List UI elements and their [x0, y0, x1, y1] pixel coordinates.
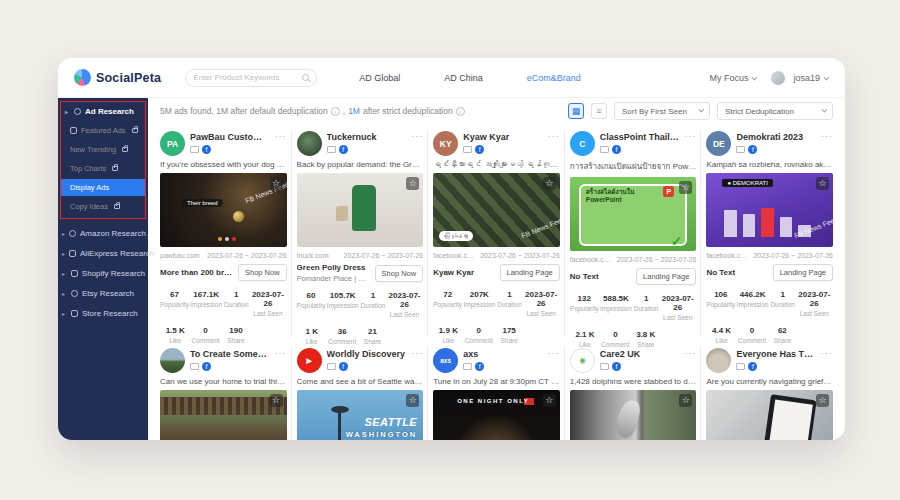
avatar[interactable]: PA	[160, 131, 185, 156]
ad-image[interactable]: ☆ Their breed FB News Feed	[160, 173, 287, 247]
avatar[interactable]: KY	[433, 131, 458, 156]
more-options-button[interactable]: ···	[275, 131, 287, 141]
more-options-button[interactable]: ···	[684, 131, 696, 141]
domain[interactable]: tnuck.com	[297, 252, 329, 259]
product-title: More than 200 breeds available	[160, 268, 234, 277]
like-value: 1 K	[297, 327, 327, 336]
avatar[interactable]: C	[570, 131, 595, 156]
ad-image[interactable]: ☆	[160, 390, 287, 440]
nav-ecom-brand[interactable]: eCom&Brand	[527, 73, 581, 83]
image-subcaption: WASHINGTON	[346, 430, 418, 439]
ad-image[interactable]: ☆ SEATTLE WASHINGTON	[297, 390, 424, 440]
advertiser-name[interactable]: Demokrati 2023	[736, 131, 816, 142]
advertiser-name[interactable]: axs	[463, 348, 543, 359]
more-options-button[interactable]: ···	[411, 131, 423, 141]
sidebar-item-aliexpress-research[interactable]: ▸ AliExpress Research	[58, 243, 148, 263]
more-options-button[interactable]: ···	[548, 348, 560, 358]
caret-icon: ▸	[62, 290, 67, 297]
last-seen-value: 2023-07-26	[659, 294, 696, 312]
display-ad-icon	[190, 146, 199, 153]
grid-view-button[interactable]: ▦	[568, 103, 584, 119]
sidebar-item-top-charts[interactable]: Top Charts	[61, 160, 145, 177]
advertiser-name[interactable]: Everyone Has The Freedom To...	[736, 348, 816, 359]
favorite-star-icon[interactable]: ☆	[816, 177, 829, 190]
sidebar-item-ad-research[interactable]: ▸ Ad Research	[61, 102, 145, 120]
favorite-star-icon[interactable]: ☆	[406, 394, 419, 407]
user-avatar[interactable]	[771, 71, 785, 85]
favorite-star-icon[interactable]: ☆	[543, 177, 556, 190]
popularity-value: 106	[706, 290, 735, 299]
share-value: 21	[357, 327, 387, 336]
more-options-button[interactable]: ···	[821, 348, 833, 358]
comment-value: 0	[190, 326, 220, 335]
advertiser-name[interactable]: Care2 UK	[600, 348, 680, 359]
advertiser-name[interactable]: ClassPoint Thailand	[600, 131, 680, 142]
favorite-star-icon[interactable]: ☆	[543, 394, 556, 407]
cta-button[interactable]: Shop Now	[375, 265, 424, 282]
product-search-input[interactable]: Enter Product Keywords	[185, 69, 317, 87]
favorite-star-icon[interactable]: ☆	[679, 394, 692, 407]
advertiser-name[interactable]: Worldly Discovery	[327, 348, 407, 359]
sidebar-item-etsy-research[interactable]: ▸ Etsy Research	[58, 283, 148, 303]
sort-select[interactable]: Sort By First Seen	[614, 102, 710, 120]
info-icon[interactable]	[456, 107, 465, 116]
favorite-star-icon[interactable]: ☆	[406, 177, 419, 190]
avatar[interactable]: DE	[706, 131, 731, 156]
more-options-button[interactable]: ···	[684, 348, 696, 358]
favorite-star-icon[interactable]: ☆	[270, 394, 283, 407]
avatar[interactable]: ▶	[297, 348, 322, 373]
domain[interactable]: facebook.com/11...	[570, 256, 613, 263]
brand-logo[interactable]: SocialPeta	[74, 69, 161, 86]
ad-image[interactable]: ☆	[706, 390, 833, 440]
more-options-button[interactable]: ···	[821, 131, 833, 141]
sidebar-item-store-research[interactable]: ▸ Store Research	[58, 303, 148, 323]
my-focus-menu[interactable]: My Focus	[709, 73, 755, 83]
domain[interactable]: facebook.com/10...	[706, 252, 749, 259]
advertiser-name[interactable]: Tuckernuck	[327, 131, 407, 142]
advertiser-name[interactable]: To Create Something Exceptio...	[190, 348, 270, 359]
avatar[interactable]: ✳	[570, 348, 595, 373]
advertiser-name[interactable]: Kyaw Kyar	[463, 131, 543, 142]
sidebar-item-featured-ads[interactable]: Featured Ads	[61, 122, 145, 139]
card-header: DE Demokrati 2023 ···	[706, 131, 833, 156]
ad-image[interactable]: ☆ สร้างสไลด์งานใน PowerPoint P✓	[570, 177, 697, 251]
duration-value: 1	[633, 294, 659, 303]
sidebar-item-shopify-research[interactable]: ▸ Shopify Research	[58, 263, 148, 283]
cta-button[interactable]: Landing Page	[636, 268, 696, 285]
avatar[interactable]	[706, 348, 731, 373]
domain[interactable]: facebook.com/**0...	[433, 252, 476, 259]
sidebar-item-display-ads[interactable]: Display Ads	[61, 179, 145, 196]
sidebar-item-new-trending[interactable]: New Trending	[61, 141, 145, 158]
cta-button[interactable]: Shop Now	[238, 264, 287, 281]
account-menu[interactable]: josa19	[793, 73, 827, 83]
ad-image[interactable]: ☆	[297, 173, 424, 247]
ad-image[interactable]: ☆ မြေပုံနေရာ FB News Feed	[433, 173, 560, 247]
avatar[interactable]	[297, 131, 322, 156]
ad-image[interactable]: ☆ ONE NIGHT ONLY	[433, 390, 560, 440]
impression-value: 588.5K	[599, 294, 633, 303]
ad-image[interactable]: ☆ ● DEMOKRATI FB News Feed	[706, 173, 833, 247]
favorite-star-icon[interactable]: ☆	[679, 181, 692, 194]
dedup-select[interactable]: Strict Deduplication	[717, 102, 833, 120]
more-options-button[interactable]: ···	[275, 348, 287, 358]
sidebar-item-amazon-research[interactable]: ▸ Amazon Research	[58, 223, 148, 243]
list-view-button[interactable]: ≡	[591, 103, 607, 119]
nav-ad-global[interactable]: AD Global	[359, 73, 400, 83]
info-icon[interactable]	[331, 107, 340, 116]
favorite-star-icon[interactable]: ☆	[816, 394, 829, 407]
avatar[interactable]: axs	[433, 348, 458, 373]
domain[interactable]: pawbau.com	[160, 252, 200, 259]
sidebar-item-copy-ideas[interactable]: Copy Ideas	[61, 198, 145, 215]
cta-button[interactable]: Landing Page	[500, 264, 560, 281]
nav-ad-china[interactable]: AD China	[444, 73, 483, 83]
more-options-button[interactable]: ···	[548, 131, 560, 141]
avatar[interactable]	[160, 348, 185, 373]
ad-text-snippet: If you're obsessed with your dog 🐶 show …	[160, 160, 287, 169]
advertiser-name[interactable]: PawBau Custom Jewelry	[190, 131, 270, 142]
ad-image[interactable]: ☆	[570, 390, 697, 440]
cta-button[interactable]: Landing Page	[773, 264, 833, 281]
ad-card: axs axs ··· Tune in on July 28 at 9:30pm…	[433, 343, 560, 440]
ad-card: ▶ Worldly Discovery ··· Come and see a b…	[297, 343, 424, 440]
favorite-star-icon[interactable]: ☆	[270, 177, 283, 190]
more-options-button[interactable]: ···	[411, 348, 423, 358]
